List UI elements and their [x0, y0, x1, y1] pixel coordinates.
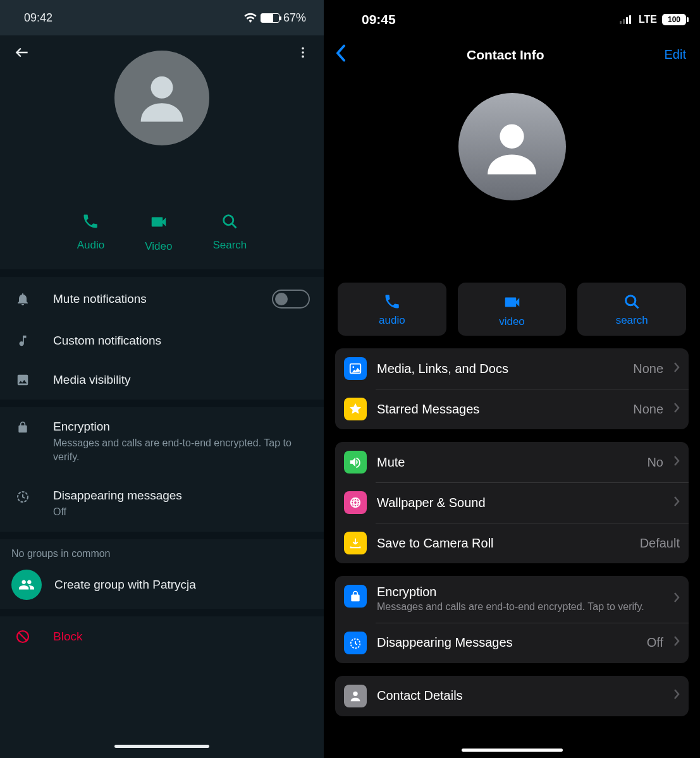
chevron-right-icon — [673, 362, 680, 376]
android-contact-info-screen: 09:42 67% Audio — [0, 0, 324, 758]
starred-messages-row[interactable]: Starred Messages None — [335, 389, 689, 429]
video-call-button[interactable]: video — [458, 283, 567, 336]
row-label: Media, Links, and Docs — [377, 362, 623, 376]
svg-point-4 — [224, 216, 233, 225]
svg-point-2 — [302, 56, 304, 58]
video-icon — [503, 293, 522, 312]
group-add-icon — [11, 570, 42, 600]
row-label: Disappearing Messages — [377, 635, 637, 650]
disappearing-messages-row[interactable]: Disappearing Messages Off — [335, 623, 689, 663]
row-value: None — [633, 402, 663, 417]
status-time: 09:42 — [24, 11, 52, 25]
row-label: Media visibility — [53, 373, 310, 387]
create-group-row[interactable]: Create group with Patrycja — [0, 561, 324, 609]
mute-toggle[interactable] — [272, 290, 310, 309]
groups-caption: No groups in common — [0, 539, 324, 561]
row-value: Default — [640, 536, 680, 551]
contact-details-row[interactable]: Contact Details — [335, 676, 689, 716]
svg-point-3 — [151, 76, 173, 99]
svg-point-0 — [302, 47, 304, 50]
action-label: Search — [212, 239, 247, 252]
chevron-right-icon — [673, 496, 680, 510]
bell-icon — [14, 291, 32, 307]
media-group: Media, Links, and Docs None Starred Mess… — [335, 348, 689, 429]
search-icon — [623, 293, 641, 310]
download-icon — [344, 532, 367, 554]
row-label: Encryption — [377, 585, 663, 599]
audio-call-button[interactable]: Audio — [77, 212, 104, 253]
video-call-button[interactable]: Video — [145, 212, 172, 253]
row-sub: Off — [53, 505, 310, 519]
music-note-icon — [14, 334, 32, 348]
row-label: Save to Camera Roll — [377, 536, 630, 551]
row-value: Off — [647, 635, 663, 650]
encryption-row[interactable]: Encryption Messages and calls are end-to… — [335, 576, 689, 623]
svg-rect-8 — [623, 19, 625, 24]
ios-navbar: Contact Info Edit — [324, 39, 700, 70]
mute-notifications-row[interactable]: Mute notifications — [0, 277, 324, 321]
contact-details-group: Contact Details — [335, 676, 689, 716]
status-time: 09:45 — [362, 12, 396, 27]
audio-call-button[interactable]: audio — [338, 283, 446, 336]
chevron-right-icon — [673, 402, 680, 417]
svg-rect-9 — [626, 17, 628, 24]
back-icon[interactable] — [14, 44, 30, 63]
save-camera-roll-row[interactable]: Save to Camera Roll Default — [335, 523, 689, 563]
svg-point-12 — [626, 296, 636, 305]
action-label: audio — [379, 314, 405, 327]
chevron-right-icon — [673, 635, 680, 650]
image-icon — [14, 373, 32, 387]
chevron-right-icon — [673, 455, 680, 470]
timer-icon — [344, 632, 367, 654]
image-icon — [344, 357, 367, 380]
svg-point-14 — [352, 366, 354, 368]
svg-point-18 — [353, 691, 357, 695]
row-label: Contact Details — [377, 688, 663, 703]
cellular-icon — [620, 15, 634, 24]
avatar[interactable] — [114, 51, 209, 145]
action-label: Video — [145, 240, 172, 253]
settings-group: Mute No Wallpaper & Sound Save to Camera… — [335, 442, 689, 563]
svg-point-11 — [500, 124, 524, 148]
more-icon[interactable] — [296, 46, 310, 62]
media-visibility-row[interactable]: Media visibility — [0, 360, 324, 400]
search-button[interactable]: Search — [212, 212, 247, 253]
row-label: Create group with Patrycja — [54, 578, 312, 592]
row-label: Disappearing messages — [53, 489, 310, 503]
security-group: Encryption Messages and calls are end-to… — [335, 576, 689, 663]
ios-contact-info-screen: 09:45 LTE 100 Contact Info Edit audio vi… — [324, 0, 700, 758]
android-statusbar: 09:42 67% — [0, 0, 324, 35]
chevron-right-icon — [673, 688, 680, 703]
edit-button[interactable]: Edit — [665, 47, 686, 62]
person-icon — [344, 685, 367, 707]
svg-rect-7 — [620, 21, 622, 24]
search-button[interactable]: search — [577, 283, 686, 336]
battery-icon: 100 — [662, 14, 686, 25]
nav-pill — [114, 745, 209, 748]
encryption-row[interactable]: Encryption Messages and calls are end-to… — [0, 407, 324, 476]
row-label: Encryption — [53, 420, 310, 434]
media-links-docs-row[interactable]: Media, Links, and Docs None — [335, 348, 689, 389]
lock-icon — [14, 420, 32, 435]
wallpaper-sound-row[interactable]: Wallpaper & Sound — [335, 482, 689, 523]
back-icon[interactable] — [335, 44, 347, 65]
row-label: Block — [53, 630, 310, 644]
chevron-right-icon — [673, 592, 680, 606]
wifi-icon — [244, 13, 257, 23]
row-label: Custom notifications — [53, 334, 310, 348]
ios-statusbar: 09:45 LTE 100 — [324, 0, 700, 39]
block-row[interactable]: Block — [0, 616, 324, 657]
nav-pill — [462, 749, 563, 752]
row-value: No — [647, 455, 663, 470]
block-icon — [14, 629, 32, 644]
avatar[interactable] — [458, 93, 566, 200]
row-value: None — [633, 362, 663, 376]
lock-icon — [344, 585, 367, 608]
row-label: Starred Messages — [377, 402, 623, 417]
mute-row[interactable]: Mute No — [335, 442, 689, 482]
disappearing-messages-row[interactable]: Disappearing messages Off — [0, 476, 324, 532]
custom-notifications-row[interactable]: Custom notifications — [0, 321, 324, 360]
page-title: Contact Info — [467, 47, 544, 63]
svg-point-1 — [302, 51, 304, 54]
speaker-icon — [344, 451, 367, 474]
